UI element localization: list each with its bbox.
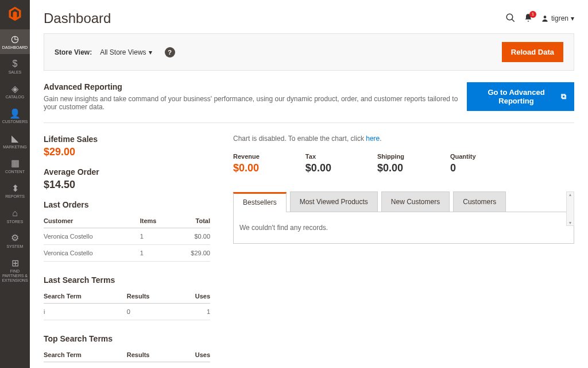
last-orders: Last Orders Customer Items Total Veronic… (44, 200, 210, 262)
storeview-bar: Store View: All Store Views ▾ ? Reload D… (44, 33, 574, 71)
storeview-label: Store View: (55, 48, 92, 56)
search-icon (505, 13, 516, 23)
metric-tax: Tax $0.00 (305, 153, 331, 174)
nav-marketing[interactable]: ◣ MARKETING (0, 129, 30, 154)
search-button[interactable] (505, 13, 516, 25)
chart-icon: ⬍ (11, 183, 19, 194)
gauge-icon: ◷ (11, 34, 19, 44)
nav-partners[interactable]: ⊞ FIND PARTNERS & EXTENSIONS (0, 254, 30, 288)
nav-customers[interactable]: 👤 CUSTOMERS (0, 104, 30, 129)
page-title: Dashboard (44, 10, 111, 26)
notifications-button[interactable]: 1 (524, 13, 533, 24)
tab-customers[interactable]: Customers (453, 191, 506, 212)
svg-line-1 (512, 19, 514, 22)
table-row[interactable]: Veronica Costello 1 $0.00 (44, 228, 210, 245)
metrics-row: Revenue $0.00 Tax $0.00 Shipping $0.00 Q… (233, 153, 574, 174)
nav-catalog[interactable]: ◈ CATALOG (0, 79, 30, 104)
tab-scroll[interactable]: ▴▾ (566, 191, 574, 226)
nav-dashboard[interactable]: ◷ DASHBOARD (0, 29, 30, 54)
box-icon: ◈ (11, 84, 18, 94)
tab-most-viewed[interactable]: Most Viewed Products (290, 191, 378, 212)
nav-system[interactable]: ⚙ SYSTEM (0, 228, 30, 253)
reporting-desc: Gain new insights and take command of yo… (44, 95, 467, 111)
tab-new-customers[interactable]: New Customers (381, 191, 450, 212)
nav-reports[interactable]: ⬍ REPORTS (0, 179, 30, 204)
svg-point-2 (544, 16, 547, 18)
layout-icon: ▦ (11, 158, 20, 168)
puzzle-icon: ⊞ (11, 258, 19, 269)
help-icon[interactable]: ? (165, 47, 175, 57)
nav-sales[interactable]: $ SALES (0, 54, 30, 79)
gear-icon: ⚙ (11, 233, 19, 243)
reload-data-button[interactable]: Reload Data (502, 42, 563, 62)
sidebar: ◷ DASHBOARD $ SALES ◈ CATALOG 👤 CUSTOMER… (0, 0, 30, 368)
user-menu[interactable]: tigren ▾ (541, 14, 574, 22)
logo[interactable] (0, 0, 30, 29)
nav-content[interactable]: ▦ CONTENT (0, 154, 30, 178)
person-icon: 👤 (9, 109, 21, 119)
user-icon (541, 14, 549, 22)
last-search-terms: Last Search Terms Search Term Results Us… (44, 275, 210, 320)
metric-shipping: Shipping $0.00 (377, 153, 404, 174)
reporting-title: Advanced Reporting (44, 82, 467, 91)
tab-bestsellers[interactable]: Bestsellers (233, 192, 287, 212)
megaphone-icon: ◣ (11, 133, 18, 144)
chart-disabled-notice: Chart is disabled. To enable the chart, … (233, 135, 574, 143)
table-row[interactable]: Veronica Costello 1 $29.00 (44, 245, 210, 262)
table-row[interactable]: i 0 1 (44, 304, 210, 320)
chevron-down-icon: ▾ (149, 48, 152, 56)
top-search-terms: Top Search Terms Search Term Results Use… (44, 334, 210, 368)
main: Dashboard 1 tigren ▾ Store View: (30, 0, 588, 368)
lifetime-sales: Lifetime Sales $29.00 (44, 135, 210, 158)
storeview-select[interactable]: All Store Views ▾ (100, 48, 152, 56)
tabs: Bestsellers Most Viewed Products New Cus… (233, 191, 574, 212)
metric-revenue: Revenue $0.00 (233, 153, 260, 174)
chevron-down-icon: ▾ (571, 14, 574, 22)
dollar-icon: $ (13, 59, 18, 69)
average-order: Average Order $14.50 (44, 167, 210, 191)
advanced-reporting: Advanced Reporting Gain new insights and… (44, 82, 574, 123)
store-icon: ⌂ (12, 208, 18, 218)
external-link-icon: ⧉ (561, 92, 566, 101)
header: Dashboard 1 tigren ▾ (44, 0, 574, 33)
metric-quantity: Quantity 0 (450, 153, 476, 174)
notif-badge: 1 (529, 11, 536, 18)
go-to-reporting-button[interactable]: Go to Advanced Reporting ⧉ (467, 82, 574, 111)
nav-stores[interactable]: ⌂ STORES (0, 204, 30, 228)
tab-content: We couldn't find any records. (233, 212, 574, 244)
magento-logo-icon (7, 6, 23, 22)
table-row[interactable]: i 0 1 (44, 362, 210, 369)
svg-point-0 (506, 14, 513, 20)
enable-chart-link[interactable]: here (366, 135, 380, 143)
